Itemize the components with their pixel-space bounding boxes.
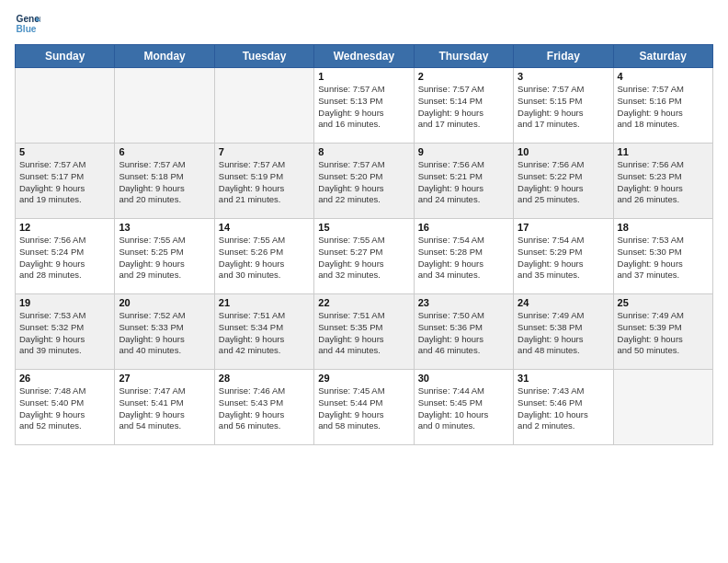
day-number: 14 bbox=[219, 222, 310, 233]
header: General Blue bbox=[15, 11, 713, 37]
cell-sun-info: Sunrise: 7:55 AM Sunset: 5:27 PM Dayligh… bbox=[318, 235, 409, 282]
day-number: 9 bbox=[418, 146, 509, 157]
calendar-header-row: SundayMondayTuesdayWednesdayThursdayFrid… bbox=[16, 45, 713, 68]
calendar-cell: 11Sunrise: 7:56 AM Sunset: 5:23 PM Dayli… bbox=[613, 144, 712, 219]
calendar-cell: 18Sunrise: 7:53 AM Sunset: 5:30 PM Dayli… bbox=[613, 219, 712, 294]
calendar-day-header: Wednesday bbox=[314, 45, 414, 68]
calendar-cell: 20Sunrise: 7:52 AM Sunset: 5:33 PM Dayli… bbox=[115, 294, 214, 370]
calendar-table: SundayMondayTuesdayWednesdayThursdayFrid… bbox=[15, 44, 713, 445]
calendar-cell: 9Sunrise: 7:56 AM Sunset: 5:21 PM Daylig… bbox=[414, 144, 513, 219]
cell-sun-info: Sunrise: 7:53 AM Sunset: 5:30 PM Dayligh… bbox=[618, 235, 709, 282]
calendar-cell: 4Sunrise: 7:57 AM Sunset: 5:16 PM Daylig… bbox=[613, 68, 712, 144]
calendar-day-header: Saturday bbox=[613, 45, 712, 68]
cell-sun-info: Sunrise: 7:45 AM Sunset: 5:44 PM Dayligh… bbox=[318, 385, 409, 432]
cell-sun-info: Sunrise: 7:56 AM Sunset: 5:23 PM Dayligh… bbox=[618, 159, 709, 206]
cell-sun-info: Sunrise: 7:57 AM Sunset: 5:13 PM Dayligh… bbox=[318, 84, 409, 131]
calendar-cell bbox=[115, 68, 214, 144]
day-number: 31 bbox=[518, 373, 609, 384]
cell-sun-info: Sunrise: 7:57 AM Sunset: 5:19 PM Dayligh… bbox=[219, 159, 310, 206]
cell-sun-info: Sunrise: 7:57 AM Sunset: 5:14 PM Dayligh… bbox=[418, 84, 509, 131]
day-number: 19 bbox=[19, 297, 110, 308]
cell-sun-info: Sunrise: 7:51 AM Sunset: 5:34 PM Dayligh… bbox=[219, 310, 310, 357]
day-number: 17 bbox=[518, 222, 609, 233]
cell-sun-info: Sunrise: 7:50 AM Sunset: 5:36 PM Dayligh… bbox=[418, 310, 509, 357]
cell-sun-info: Sunrise: 7:56 AM Sunset: 5:24 PM Dayligh… bbox=[19, 235, 110, 282]
day-number: 12 bbox=[19, 222, 110, 233]
calendar-week-row: 1Sunrise: 7:57 AM Sunset: 5:13 PM Daylig… bbox=[16, 68, 713, 144]
calendar-week-row: 26Sunrise: 7:48 AM Sunset: 5:40 PM Dayli… bbox=[16, 370, 713, 445]
calendar-cell: 19Sunrise: 7:53 AM Sunset: 5:32 PM Dayli… bbox=[16, 294, 115, 370]
calendar-day-header: Monday bbox=[115, 45, 214, 68]
calendar-cell: 24Sunrise: 7:49 AM Sunset: 5:38 PM Dayli… bbox=[514, 294, 613, 370]
cell-sun-info: Sunrise: 7:52 AM Sunset: 5:33 PM Dayligh… bbox=[119, 310, 210, 357]
calendar-cell: 28Sunrise: 7:46 AM Sunset: 5:43 PM Dayli… bbox=[214, 370, 313, 445]
day-number: 23 bbox=[418, 297, 509, 308]
cell-sun-info: Sunrise: 7:57 AM Sunset: 5:17 PM Dayligh… bbox=[19, 159, 110, 206]
cell-sun-info: Sunrise: 7:54 AM Sunset: 5:28 PM Dayligh… bbox=[418, 235, 509, 282]
day-number: 13 bbox=[119, 222, 210, 233]
calendar-cell: 23Sunrise: 7:50 AM Sunset: 5:36 PM Dayli… bbox=[414, 294, 513, 370]
calendar-cell: 16Sunrise: 7:54 AM Sunset: 5:28 PM Dayli… bbox=[414, 219, 513, 294]
calendar-cell: 6Sunrise: 7:57 AM Sunset: 5:18 PM Daylig… bbox=[115, 144, 214, 219]
day-number: 15 bbox=[318, 222, 409, 233]
cell-sun-info: Sunrise: 7:49 AM Sunset: 5:39 PM Dayligh… bbox=[618, 310, 709, 357]
cell-sun-info: Sunrise: 7:44 AM Sunset: 5:45 PM Dayligh… bbox=[418, 385, 509, 432]
cell-sun-info: Sunrise: 7:57 AM Sunset: 5:20 PM Dayligh… bbox=[318, 159, 409, 206]
day-number: 22 bbox=[318, 297, 409, 308]
cell-sun-info: Sunrise: 7:47 AM Sunset: 5:41 PM Dayligh… bbox=[119, 385, 210, 432]
calendar-week-row: 12Sunrise: 7:56 AM Sunset: 5:24 PM Dayli… bbox=[16, 219, 713, 294]
day-number: 7 bbox=[219, 146, 310, 157]
calendar-cell: 17Sunrise: 7:54 AM Sunset: 5:29 PM Dayli… bbox=[514, 219, 613, 294]
day-number: 28 bbox=[219, 373, 310, 384]
calendar-cell bbox=[214, 68, 313, 144]
calendar-cell: 21Sunrise: 7:51 AM Sunset: 5:34 PM Dayli… bbox=[214, 294, 313, 370]
calendar-day-header: Sunday bbox=[16, 45, 115, 68]
day-number: 8 bbox=[318, 146, 409, 157]
cell-sun-info: Sunrise: 7:53 AM Sunset: 5:32 PM Dayligh… bbox=[19, 310, 110, 357]
logo-icon: General Blue bbox=[15, 11, 40, 37]
calendar-cell: 12Sunrise: 7:56 AM Sunset: 5:24 PM Dayli… bbox=[16, 219, 115, 294]
calendar-cell: 10Sunrise: 7:56 AM Sunset: 5:22 PM Dayli… bbox=[514, 144, 613, 219]
cell-sun-info: Sunrise: 7:51 AM Sunset: 5:35 PM Dayligh… bbox=[318, 310, 409, 357]
cell-sun-info: Sunrise: 7:43 AM Sunset: 5:46 PM Dayligh… bbox=[518, 385, 609, 432]
day-number: 4 bbox=[618, 71, 709, 82]
calendar-cell: 8Sunrise: 7:57 AM Sunset: 5:20 PM Daylig… bbox=[314, 144, 414, 219]
cell-sun-info: Sunrise: 7:57 AM Sunset: 5:18 PM Dayligh… bbox=[119, 159, 210, 206]
calendar-cell: 31Sunrise: 7:43 AM Sunset: 5:46 PM Dayli… bbox=[514, 370, 613, 445]
day-number: 29 bbox=[318, 373, 409, 384]
calendar-cell: 13Sunrise: 7:55 AM Sunset: 5:25 PM Dayli… bbox=[115, 219, 214, 294]
cell-sun-info: Sunrise: 7:49 AM Sunset: 5:38 PM Dayligh… bbox=[518, 310, 609, 357]
calendar-cell: 14Sunrise: 7:55 AM Sunset: 5:26 PM Dayli… bbox=[214, 219, 313, 294]
cell-sun-info: Sunrise: 7:56 AM Sunset: 5:22 PM Dayligh… bbox=[518, 159, 609, 206]
day-number: 16 bbox=[418, 222, 509, 233]
day-number: 27 bbox=[119, 373, 210, 384]
calendar-week-row: 5Sunrise: 7:57 AM Sunset: 5:17 PM Daylig… bbox=[16, 144, 713, 219]
calendar-cell: 1Sunrise: 7:57 AM Sunset: 5:13 PM Daylig… bbox=[314, 68, 414, 144]
calendar-body: 1Sunrise: 7:57 AM Sunset: 5:13 PM Daylig… bbox=[16, 68, 713, 445]
logo: General Blue bbox=[15, 11, 40, 37]
calendar-cell: 29Sunrise: 7:45 AM Sunset: 5:44 PM Dayli… bbox=[314, 370, 414, 445]
cell-sun-info: Sunrise: 7:57 AM Sunset: 5:16 PM Dayligh… bbox=[618, 84, 709, 131]
calendar-cell: 7Sunrise: 7:57 AM Sunset: 5:19 PM Daylig… bbox=[214, 144, 313, 219]
calendar-day-header: Thursday bbox=[414, 45, 513, 68]
cell-sun-info: Sunrise: 7:57 AM Sunset: 5:15 PM Dayligh… bbox=[518, 84, 609, 131]
calendar-cell: 27Sunrise: 7:47 AM Sunset: 5:41 PM Dayli… bbox=[115, 370, 214, 445]
calendar-cell bbox=[16, 68, 115, 144]
cell-sun-info: Sunrise: 7:48 AM Sunset: 5:40 PM Dayligh… bbox=[19, 385, 110, 432]
svg-text:Blue: Blue bbox=[17, 24, 37, 34]
calendar-cell: 15Sunrise: 7:55 AM Sunset: 5:27 PM Dayli… bbox=[314, 219, 414, 294]
cell-sun-info: Sunrise: 7:55 AM Sunset: 5:26 PM Dayligh… bbox=[219, 235, 310, 282]
day-number: 21 bbox=[219, 297, 310, 308]
day-number: 30 bbox=[418, 373, 509, 384]
day-number: 20 bbox=[119, 297, 210, 308]
calendar-cell: 22Sunrise: 7:51 AM Sunset: 5:35 PM Dayli… bbox=[314, 294, 414, 370]
day-number: 26 bbox=[19, 373, 110, 384]
calendar-day-header: Tuesday bbox=[214, 45, 313, 68]
calendar-week-row: 19Sunrise: 7:53 AM Sunset: 5:32 PM Dayli… bbox=[16, 294, 713, 370]
calendar-cell: 26Sunrise: 7:48 AM Sunset: 5:40 PM Dayli… bbox=[16, 370, 115, 445]
cell-sun-info: Sunrise: 7:55 AM Sunset: 5:25 PM Dayligh… bbox=[119, 235, 210, 282]
calendar-cell bbox=[613, 370, 712, 445]
day-number: 10 bbox=[518, 146, 609, 157]
day-number: 6 bbox=[119, 146, 210, 157]
calendar-cell: 2Sunrise: 7:57 AM Sunset: 5:14 PM Daylig… bbox=[414, 68, 513, 144]
